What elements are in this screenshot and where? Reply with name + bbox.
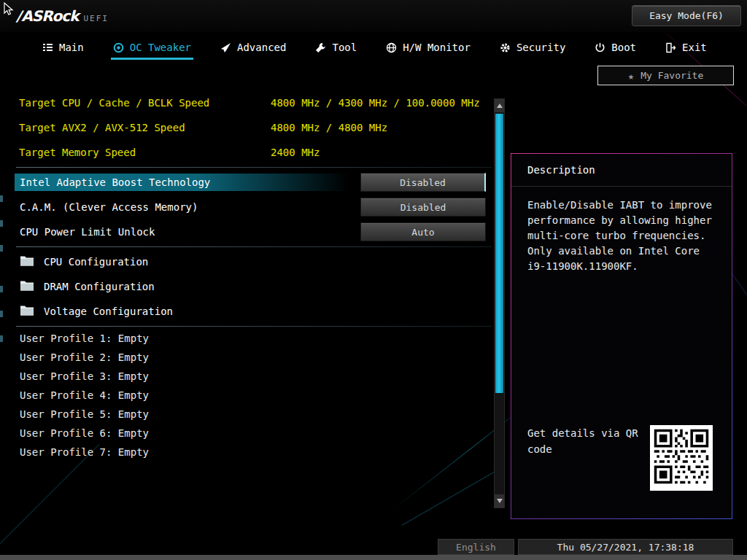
row-marker xyxy=(0,286,3,292)
nav-bar: Main OC Tweaker Advanced Tool H/W Mon xyxy=(0,32,747,63)
tab-tool[interactable]: Tool xyxy=(315,32,357,63)
tab-label: Main xyxy=(59,42,84,53)
tab-hw-monitor[interactable]: H/W Monitor xyxy=(386,32,471,63)
exit-icon xyxy=(665,42,676,53)
mouse-cursor xyxy=(4,2,14,17)
tab-advanced[interactable]: Advanced xyxy=(220,32,286,63)
brand-uefi-label: UEFI xyxy=(84,14,109,23)
folder-label: CPU Configuration xyxy=(44,256,148,268)
tab-main[interactable]: Main xyxy=(42,32,84,63)
row-marker xyxy=(0,335,3,342)
row-marker xyxy=(0,195,3,202)
arrow-up-icon xyxy=(497,104,503,108)
active-tab-underline xyxy=(111,58,193,60)
tab-label: Exit xyxy=(682,42,707,53)
tab-label: Boot xyxy=(611,42,636,53)
row-marker xyxy=(0,245,3,252)
info-label: Target CPU / Cache / BCLK Speed xyxy=(15,97,271,109)
tab-label: OC Tweaker xyxy=(130,42,191,53)
info-value: 4800 MHz / 4300 MHz / 100.0000 MHz xyxy=(271,97,480,109)
cpu-power-limit-value-button[interactable]: Auto xyxy=(360,222,486,241)
user-profile-7[interactable]: User Profile 7: Empty xyxy=(15,443,493,462)
top-bar: ASRock UEFI Easy Mode(F6) xyxy=(0,0,747,32)
user-profile-5[interactable]: User Profile 5: Empty xyxy=(15,405,493,424)
tool-wrench-icon xyxy=(315,42,326,53)
description-panel: Description Enable/Disable IABT to impro… xyxy=(511,153,732,519)
oc-tweaker-icon xyxy=(113,42,124,53)
scroll-up-button[interactable] xyxy=(495,99,504,112)
cam-value-button[interactable]: Disabled xyxy=(360,198,486,217)
boot-power-icon xyxy=(595,42,605,53)
folder-cpu-configuration[interactable]: CPU Configuration xyxy=(15,249,493,274)
star-icon: ★ xyxy=(628,71,634,81)
user-profile-2[interactable]: User Profile 2: Empty xyxy=(15,348,493,367)
section-divider xyxy=(16,246,492,247)
tab-security[interactable]: Security xyxy=(500,32,565,63)
info-label: Target Memory Speed xyxy=(15,147,271,158)
row-marker xyxy=(0,220,3,227)
easy-mode-button[interactable]: Easy Mode(F6) xyxy=(632,5,741,26)
folder-voltage-configuration[interactable]: Voltage Configuration xyxy=(15,299,493,324)
target-cpu-speed-row: Target CPU / Cache / BCLK Speed 4800 MHz… xyxy=(15,90,493,115)
user-profile-1[interactable]: User Profile 1: Empty xyxy=(15,329,493,348)
target-avx-speed-row: Target AVX2 / AVX-512 Speed 4800 MHz / 4… xyxy=(15,115,493,140)
tab-label: Security xyxy=(516,42,565,53)
brand-name: ASRock xyxy=(16,7,79,25)
security-gear-icon xyxy=(500,42,511,53)
row-marker xyxy=(0,311,3,317)
tab-boot[interactable]: Boot xyxy=(595,32,636,63)
setting-label: CPU Power Limit Unlock xyxy=(15,223,349,241)
setting-row-cpu-power-limit[interactable]: CPU Power Limit Unlock Auto xyxy=(15,219,493,244)
setting-row-intel-adaptive-boost[interactable]: Intel Adaptive Boost Technology Disabled xyxy=(15,170,493,195)
info-value: 2400 MHz xyxy=(271,147,320,158)
qr-section: Get details via QR code xyxy=(527,425,713,491)
my-favorite-label: My Favorite xyxy=(640,70,703,81)
folder-icon xyxy=(20,280,34,293)
advanced-rocket-icon xyxy=(220,42,231,53)
folder-label: Voltage Configuration xyxy=(44,306,173,317)
main-icon xyxy=(42,42,53,53)
tab-exit[interactable]: Exit xyxy=(665,32,707,63)
qr-caption: Get details via QR code xyxy=(527,425,638,457)
bottom-strip xyxy=(0,555,747,560)
settings-list: Target CPU / Cache / BCLK Speed 4800 MHz… xyxy=(15,90,493,462)
description-title: Description xyxy=(511,154,732,187)
folder-label: DRAM Configuration xyxy=(44,281,155,292)
target-memory-speed-row: Target Memory Speed 2400 MHz xyxy=(15,140,493,165)
tab-label: Advanced xyxy=(237,42,286,53)
scrollbar-thumb[interactable] xyxy=(495,114,503,393)
folder-icon xyxy=(20,255,34,268)
language-button[interactable]: English xyxy=(438,539,514,555)
scroll-down-button[interactable] xyxy=(495,494,504,508)
tab-label: Tool xyxy=(332,42,357,53)
tab-oc-tweaker[interactable]: OC Tweaker xyxy=(113,32,191,63)
tab-label: H/W Monitor xyxy=(403,42,471,53)
folder-icon xyxy=(20,305,34,318)
info-label: Target AVX2 / AVX-512 Speed xyxy=(15,122,271,133)
qr-code xyxy=(650,425,713,491)
uefi-screen: ASRock UEFI Easy Mode(F6) Main OC Tweake… xyxy=(0,0,747,560)
scrollbar xyxy=(494,98,505,508)
hw-monitor-globe-icon xyxy=(386,42,397,53)
description-body: Enable/Disable IABT to improve performan… xyxy=(511,187,732,274)
setting-row-cam[interactable]: C.A.M. (Clever Access Memory) Disabled xyxy=(15,195,493,219)
info-value: 4800 MHz / 4800 MHz xyxy=(271,122,387,133)
user-profile-6[interactable]: User Profile 6: Empty xyxy=(15,424,493,443)
setting-label: C.A.M. (Clever Access Memory) xyxy=(15,198,349,216)
arrow-down-icon xyxy=(497,499,503,503)
asrock-logo: ASRock UEFI xyxy=(16,7,109,25)
setting-label: Intel Adaptive Boost Technology xyxy=(15,174,349,191)
user-profile-3[interactable]: User Profile 3: Empty xyxy=(15,367,493,386)
section-divider xyxy=(16,167,492,168)
my-favorite-button[interactable]: ★ My Favorite xyxy=(597,66,734,85)
section-divider xyxy=(16,326,492,327)
deco-line xyxy=(401,467,503,526)
folder-dram-configuration[interactable]: DRAM Configuration xyxy=(15,274,493,299)
user-profile-4[interactable]: User Profile 4: Empty xyxy=(15,386,493,405)
intel-adaptive-boost-value-button[interactable]: Disabled xyxy=(360,173,486,192)
datetime-display: Thu 05/27/2021, 17:38:18 xyxy=(518,539,733,555)
